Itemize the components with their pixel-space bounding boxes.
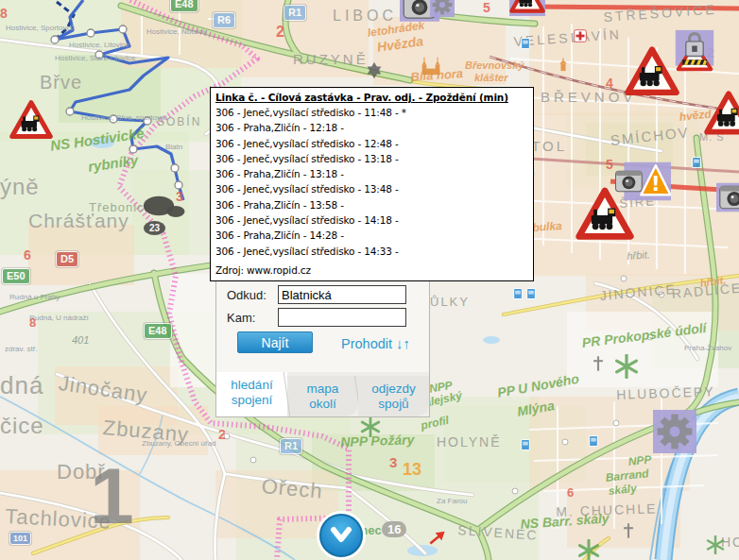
road-junction-marker <box>512 488 518 494</box>
swap-link-label: Prohodit <box>341 336 392 351</box>
departure-row: 306 - Praha,Zličín - 13:58 - <box>215 197 528 212</box>
bus-stop-marker[interactable] <box>129 145 137 153</box>
departure-row: 306 - Praha,Zličín - 12:18 - <box>215 120 528 135</box>
tab-odjezdy-spoju[interactable]: odjezdyspojů <box>358 376 429 416</box>
road-junction-marker <box>621 276 627 281</box>
bus-stop-marker[interactable] <box>95 51 103 59</box>
swap-link[interactable]: Prohodit ↓↑ <box>341 335 410 351</box>
road-junction-marker <box>647 334 653 340</box>
road-junction-marker <box>250 457 256 463</box>
collapse-panel-button[interactable] <box>319 514 363 557</box>
to-label: Kam: <box>227 311 278 325</box>
bus-stop-marker[interactable] <box>66 108 74 115</box>
from-input[interactable] <box>278 285 406 304</box>
bus-stop-marker[interactable] <box>110 115 117 123</box>
tab-mapa-okoli[interactable]: mapaokolí <box>287 376 358 416</box>
road-junction-marker <box>224 433 230 439</box>
popup-header: Linka č. - Cílová zastávka - Prav. odj. … <box>215 92 528 103</box>
departure-row: 306 - Jeneč,vysílací středisko - 14:33 - <box>215 244 528 259</box>
departure-row: 306 - Praha,Zličín - 13:18 - <box>215 166 528 181</box>
bus-stop-marker[interactable] <box>51 36 59 43</box>
departure-row: 306 - Jeneč,vysílací středisko - 11:48 -… <box>215 105 528 120</box>
bus-stop-marker[interactable] <box>175 181 182 189</box>
road-junction-marker <box>613 420 619 426</box>
find-button[interactable]: Najít <box>237 331 313 353</box>
departure-row: 306 - Praha,Zličín - 14:28 - <box>215 228 528 243</box>
from-row: Odkud: <box>227 285 406 304</box>
bus-stop-marker[interactable] <box>87 29 95 37</box>
bus-stop-marker[interactable] <box>144 117 151 125</box>
road-junction-marker <box>562 439 568 445</box>
bus-stop-marker[interactable] <box>171 164 179 172</box>
popup-source: Zdroj: www.ropid.cz <box>215 264 311 276</box>
search-widget: Odkud: Kam: Najít Prohodit ↓↑ hledáníspo… <box>215 280 430 417</box>
departure-row: 306 - Jeneč,vysílací středisko - 13:18 - <box>215 151 528 166</box>
bus-stop-marker[interactable] <box>119 25 127 33</box>
to-input[interactable] <box>278 308 406 327</box>
departures-popup: Linka č. - Cílová zastávka - Prav. odj. … <box>210 87 534 281</box>
departure-row: 306 - Jeneč,vysílací středisko - 12:48 - <box>215 136 528 151</box>
chevron-down-icon <box>322 542 360 556</box>
tab-hledani-spojeni[interactable]: hledáníspojení <box>216 372 287 416</box>
from-label: Odkud: <box>227 288 278 302</box>
departure-row: 306 - Jeneč,vysílací středisko - 13:48 - <box>215 181 528 196</box>
departure-row: 306 - Jeneč,vysílací středisko - 14:18 - <box>215 212 528 228</box>
road-junction-marker <box>659 292 664 297</box>
map-application: LIBOCRUZYNĚSTŘEŠOVICEVELESLAVÍNBŘEVNOVMO… <box>0 0 739 560</box>
to-row: Kam: <box>227 308 406 327</box>
widget-tabs: hledáníspojenímapaokolíodjezdyspojů <box>216 372 429 416</box>
swap-arrows-icon: ↓↑ <box>396 335 410 351</box>
